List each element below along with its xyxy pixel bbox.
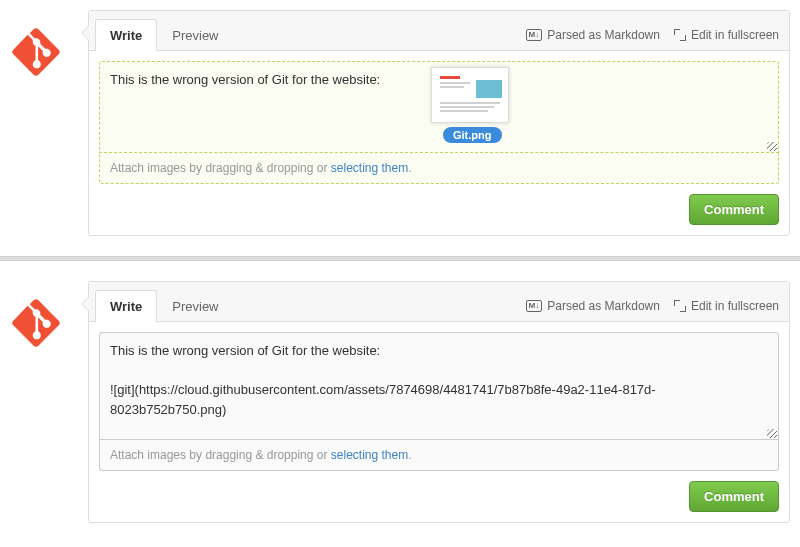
tab-write[interactable]: Write <box>95 290 157 322</box>
avatar <box>12 299 60 347</box>
fullscreen-icon <box>674 29 686 41</box>
git-logo-icon <box>12 28 60 76</box>
attach-hint-suffix: . <box>408 161 411 175</box>
attach-select-link[interactable]: selecting them <box>331 161 408 175</box>
comment-box: Write Preview M↓ Parsed as Markdown Edit… <box>88 10 790 236</box>
attach-hint-prefix: Attach images by dragging & dropping or <box>110 448 331 462</box>
fullscreen-hint[interactable]: Edit in fullscreen <box>674 299 779 313</box>
fullscreen-hint-label: Edit in fullscreen <box>691 299 779 313</box>
markdown-hint[interactable]: M↓ Parsed as Markdown <box>526 28 660 42</box>
fullscreen-hint[interactable]: Edit in fullscreen <box>674 28 779 42</box>
comment-panel-dragging: Write Preview M↓ Parsed as Markdown Edit… <box>0 0 800 246</box>
git-logo-icon <box>12 299 60 347</box>
editor-wrap <box>99 332 779 443</box>
avatar <box>12 28 60 76</box>
attach-hint-suffix: . <box>408 448 411 462</box>
comment-button[interactable]: Comment <box>689 194 779 225</box>
fullscreen-icon <box>674 300 686 312</box>
markdown-hint-label: Parsed as Markdown <box>547 299 660 313</box>
tab-bar: Write Preview M↓ Parsed as Markdown Edit… <box>89 282 789 322</box>
tab-write[interactable]: Write <box>95 19 157 51</box>
attach-hint[interactable]: Attach images by dragging & dropping or … <box>99 439 779 471</box>
tab-preview[interactable]: Preview <box>157 19 233 51</box>
editor-wrap: Git.png <box>99 61 779 156</box>
editor-area: Attach images by dragging & dropping or … <box>89 322 789 481</box>
fullscreen-hint-label: Edit in fullscreen <box>691 28 779 42</box>
comment-textarea[interactable] <box>99 332 779 440</box>
comment-footer: Comment <box>89 481 789 522</box>
attach-select-link[interactable]: selecting them <box>331 448 408 462</box>
attach-hint-prefix: Attach images by dragging & dropping or <box>110 161 331 175</box>
comment-panel-result: Write Preview M↓ Parsed as Markdown Edit… <box>0 271 800 533</box>
tab-bar: Write Preview M↓ Parsed as Markdown Edit… <box>89 11 789 51</box>
comment-textarea[interactable] <box>99 61 779 153</box>
editor-area: Git.png Attach images by dragging & drop… <box>89 51 789 194</box>
markdown-hint-label: Parsed as Markdown <box>547 28 660 42</box>
comment-box: Write Preview M↓ Parsed as Markdown Edit… <box>88 281 790 523</box>
comment-button[interactable]: Comment <box>689 481 779 512</box>
markdown-hint[interactable]: M↓ Parsed as Markdown <box>526 299 660 313</box>
markdown-icon: M↓ <box>526 300 543 312</box>
panel-divider <box>0 256 800 261</box>
markdown-icon: M↓ <box>526 29 543 41</box>
attach-hint[interactable]: Attach images by dragging & dropping or … <box>99 152 779 184</box>
comment-footer: Comment <box>89 194 789 235</box>
tab-preview[interactable]: Preview <box>157 290 233 322</box>
